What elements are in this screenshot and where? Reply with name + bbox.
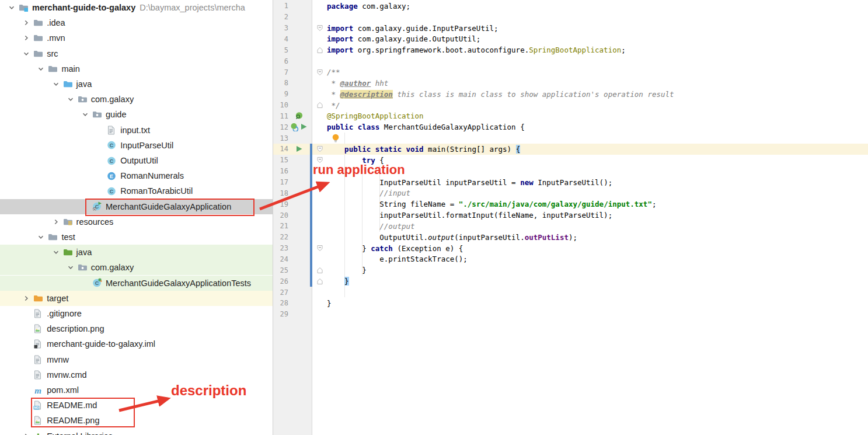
tree-row-com-galaxy[interactable]: com.galaxy xyxy=(0,260,273,275)
spring-run-icon[interactable] xyxy=(290,123,299,131)
fold-start-icon[interactable] xyxy=(316,245,323,252)
editor-line-9[interactable]: 9 * @description this class is main clas… xyxy=(273,89,868,100)
chevron-right-icon[interactable] xyxy=(22,294,31,303)
tree-row-java[interactable]: java xyxy=(0,245,273,260)
chevron-down-icon[interactable] xyxy=(66,95,75,104)
editor-line-5[interactable]: 5import org.springframework.boot.autocon… xyxy=(273,44,868,55)
editor-line-17[interactable]: 17 InputParseUtil inputParseUtil = new I… xyxy=(273,177,868,188)
editor-line-11[interactable]: 11@SpringBootApplication xyxy=(273,111,868,122)
fold-marker[interactable] xyxy=(312,100,327,111)
fold-end-icon[interactable] xyxy=(316,47,323,54)
editor-panel[interactable]: 1package com.galaxy;23import com.galaxy.… xyxy=(273,0,868,435)
fold-marker[interactable] xyxy=(312,67,327,78)
tree-row-main[interactable]: main xyxy=(0,61,273,76)
chevron-right-icon[interactable] xyxy=(22,431,31,435)
tree-row-romantoarabicutil[interactable]: CRomanToArabicUtil xyxy=(0,183,273,199)
fold-end-icon[interactable] xyxy=(316,102,323,109)
editor-line-23[interactable]: 23 } catch (Exception e) { xyxy=(273,243,868,254)
tree-row-guide[interactable]: guide xyxy=(0,107,273,122)
tree-row-gitignore[interactable]: .gitignore xyxy=(0,306,273,321)
fold-end-icon[interactable] xyxy=(316,267,323,274)
tree-row-com-galaxy[interactable]: com.galaxy xyxy=(0,92,273,107)
editor-line-24[interactable]: 24 e.printStackTrace(); xyxy=(273,254,868,265)
fold-start-icon[interactable] xyxy=(316,69,323,76)
editor-line-28[interactable]: 28} xyxy=(273,298,868,309)
chevron-down-icon[interactable] xyxy=(51,248,61,257)
tree-row-merchant-guide-to-galaxy[interactable]: merchant-guide-to-galaxyD:\baymax_projec… xyxy=(0,0,273,15)
editor-line-16[interactable]: 16 xyxy=(273,166,868,177)
fold-marker[interactable] xyxy=(312,276,327,287)
editor-line-3[interactable]: 3import com.galaxy.guide.InputParseUtil; xyxy=(273,23,868,34)
fold-marker[interactable] xyxy=(312,155,327,166)
chevron-down-icon[interactable] xyxy=(7,3,16,12)
tree-label: description.png xyxy=(47,324,104,333)
editor-line-7[interactable]: 7/** xyxy=(273,67,868,78)
editor-line-21[interactable]: 21 //output xyxy=(273,221,868,232)
tree-row-target[interactable]: target xyxy=(0,291,273,306)
fold-marker[interactable] xyxy=(312,265,327,276)
fold-start-icon[interactable] xyxy=(316,156,323,163)
editor-line-10[interactable]: 10 */ xyxy=(273,100,868,111)
tree-row-external-libraries[interactable]: External Libraries xyxy=(0,429,273,435)
tree-row-description-png[interactable]: description.png xyxy=(0,321,273,336)
editor-line-13[interactable]: 13 xyxy=(273,133,868,144)
editor-line-26[interactable]: 26 } xyxy=(273,276,868,287)
fold-end-icon[interactable] xyxy=(316,278,323,285)
editor-line-8[interactable]: 8 * @author hht xyxy=(273,78,868,89)
intention-bulb-icon[interactable] xyxy=(332,134,340,145)
editor-line-12[interactable]: 12public class MerchantGuideGalaxyApplic… xyxy=(273,121,868,133)
editor-line-15[interactable]: 15 try { xyxy=(273,155,868,166)
fold-start-icon[interactable] xyxy=(316,145,323,152)
run-icon[interactable] xyxy=(299,123,308,131)
tree-row-readme-md[interactable]: MDREADME.md xyxy=(0,398,273,413)
tree-row-readme-png[interactable]: README.png xyxy=(0,413,273,428)
code-text: try { xyxy=(327,155,384,166)
tree-row-resources[interactable]: resources xyxy=(0,214,273,229)
fold-marker[interactable] xyxy=(312,44,327,55)
tree-row-inputparseutil[interactable]: CInputParseUtil xyxy=(0,138,273,153)
tree-row-merchantguidegalaxyapplication[interactable]: CMerchantGuideGalaxyApplication xyxy=(0,199,273,214)
fold-marker[interactable] xyxy=(312,144,327,155)
tree-row-mvn[interactable]: .mvn xyxy=(0,30,273,46)
tree-row-input-txt[interactable]: input.txt xyxy=(0,123,273,138)
chevron-right-icon[interactable] xyxy=(22,33,31,43)
tree-row-mvnw-cmd[interactable]: mvnw.cmd xyxy=(0,367,273,382)
chevron-down-icon[interactable] xyxy=(36,232,46,242)
fold-start-icon[interactable] xyxy=(316,25,323,32)
tree-row-mvnw[interactable]: mvnw xyxy=(0,352,273,367)
tree-row-test[interactable]: test xyxy=(0,229,273,245)
editor-line-6[interactable]: 6 xyxy=(273,55,868,67)
chevron-down-icon[interactable] xyxy=(22,49,31,58)
editor-line-4[interactable]: 4import com.galaxy.guide.OutputUtil; xyxy=(273,34,868,45)
tree-row-merchantguidegalaxyapplicationtests[interactable]: CMerchantGuideGalaxyApplicationTests xyxy=(0,276,273,291)
fold-marker[interactable] xyxy=(312,243,327,254)
class-icon: C xyxy=(107,156,116,166)
tree-row-pom-xml[interactable]: mpom.xml xyxy=(0,382,273,398)
tree-row-outpututil[interactable]: COutputUtil xyxy=(0,153,273,168)
editor-line-20[interactable]: 20 inputParseUtil.formatInput(fileName, … xyxy=(273,210,868,221)
editor-line-1[interactable]: 1package com.galaxy; xyxy=(273,1,868,12)
tree-row-src[interactable]: src xyxy=(0,46,273,61)
chevron-down-icon[interactable] xyxy=(66,263,75,272)
chevron-right-icon[interactable] xyxy=(51,217,61,227)
chevron-down-icon[interactable] xyxy=(51,79,61,89)
run-icon[interactable] xyxy=(295,145,304,153)
fold-marker[interactable] xyxy=(312,23,327,34)
editor-line-25[interactable]: 25 } xyxy=(273,265,868,276)
tree-row-java[interactable]: java xyxy=(0,76,273,92)
editor-line-18[interactable]: 18 //input xyxy=(273,187,868,199)
spring-bean-icon[interactable] xyxy=(295,112,304,120)
editor-line-27[interactable]: 27 xyxy=(273,287,868,298)
editor-line-22[interactable]: 22 OutputUtil.output(inputParseUtil.outP… xyxy=(273,232,868,243)
tree-row-idea[interactable]: .idea xyxy=(0,15,273,30)
tree-row-merchant-guide-to-galaxy-iml[interactable]: merchant-guide-to-galaxy.iml xyxy=(0,336,273,352)
editor-line-29[interactable]: 29 xyxy=(273,309,868,320)
chevron-right-icon[interactable] xyxy=(22,18,31,27)
tree-row-romannumerals[interactable]: ERomanNumerals xyxy=(0,168,273,183)
class-icon: C xyxy=(107,186,116,196)
editor-line-14[interactable]: 14 public static void main(String[] args… xyxy=(273,144,868,155)
editor-line-2[interactable]: 2 xyxy=(273,12,868,23)
chevron-down-icon[interactable] xyxy=(36,64,46,74)
chevron-down-icon[interactable] xyxy=(81,110,90,119)
editor-line-19[interactable]: 19 String fileName = "./src/main/java/co… xyxy=(273,199,868,210)
